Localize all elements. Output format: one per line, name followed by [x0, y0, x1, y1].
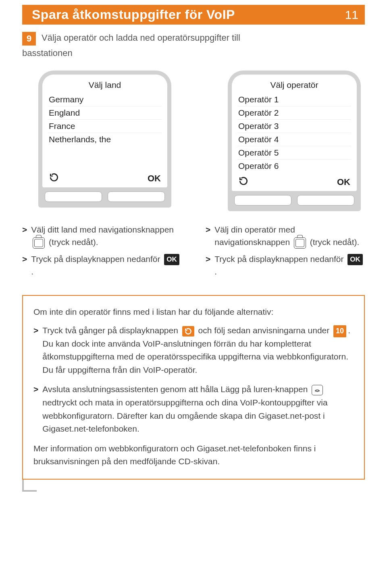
header-title: Spara åtkomstuppgifter för VoIP — [32, 7, 235, 22]
phone-button — [234, 195, 291, 206]
instruction-text: Tryck på displayknappen nedanför OK. — [31, 253, 181, 278]
list-item: Operatör 1 — [237, 93, 351, 106]
chevron-icon: > — [22, 223, 27, 249]
step-badge-9: 9 — [22, 32, 36, 46]
list-item: Operatör 6 — [237, 159, 351, 172]
list-item: Operatör 4 — [237, 133, 351, 146]
text-fragment: Välj din operatör med navigationsknappen — [214, 225, 295, 247]
text-fragment: . — [31, 267, 33, 276]
phone-right: Välj operatör Operatör 1 Operatör 2 Oper… — [228, 71, 361, 211]
chevron-icon: > — [206, 253, 210, 278]
back-softkey-icon — [182, 326, 194, 337]
chevron-icon: > — [22, 253, 27, 278]
screen-title-left: Välj land — [42, 78, 167, 93]
info-item-1: > Tryck två gånger på displayknappen och… — [33, 324, 354, 376]
text-fragment: Avsluta anslutningsassistenten genom att… — [42, 384, 310, 394]
instruction-item: > Välj ditt land med navigationsknappen … — [22, 223, 181, 249]
text-fragment: Tryck på displayknappen nedanför — [214, 254, 346, 264]
phone-screen-right: Välj operatör Operatör 1 Operatör 2 Oper… — [232, 75, 357, 191]
instruction-text: Tryck två gånger på displayknappen och f… — [42, 324, 354, 376]
list-item: France — [48, 119, 162, 133]
nav-down-icon — [33, 237, 45, 249]
step-section: 9 Välja operatör och ladda ned operatörs… — [22, 32, 365, 282]
instruction-text: Avsluta anslutningsassistenten genom att… — [42, 383, 354, 435]
back-icon — [49, 172, 59, 185]
phone-left: Välj land Germany England France Netherl… — [38, 71, 171, 208]
step-line: 9 Välja operatör och ladda ned operatörs… — [22, 32, 365, 46]
instruction-item: > Tryck på displayknappen nedanför OK. — [22, 253, 181, 278]
instruction-text: Tryck på displayknappen nedanför OK. — [214, 253, 365, 278]
chevron-icon: > — [33, 383, 38, 435]
screen-col-left: Välj land Germany England France Netherl… — [38, 71, 171, 211]
text-fragment: Tryck två gånger på displayknappen — [42, 326, 180, 335]
ok-badge: OK — [164, 254, 179, 265]
instruction-text: Välj ditt land med navigationsknappen (t… — [31, 223, 181, 249]
ok-badge: OK — [347, 254, 363, 265]
instruction-item: > Välj din operatör med navigationsknapp… — [206, 223, 365, 249]
info-item-2: > Avsluta anslutningsassistenten genom a… — [33, 383, 354, 435]
list-item: Operatör 2 — [237, 106, 351, 119]
text-fragment: (tryck nedåt). — [49, 237, 98, 247]
text-fragment: nedtryckt och mata in operatörsuppgifter… — [42, 398, 327, 433]
header-bar: Spara åtkomstuppgifter för VoIP 11 — [22, 5, 365, 25]
screens-row: Välj land Germany England France Netherl… — [38, 71, 365, 211]
footer-corner-mark — [22, 480, 37, 492]
nav-down-icon — [294, 237, 306, 249]
back-icon — [238, 176, 249, 189]
page: Spara åtkomstuppgifter för VoIP 11 9 Väl… — [0, 5, 387, 496]
list-item: Germany — [48, 93, 162, 106]
chevron-icon: > — [33, 324, 38, 376]
text-fragment: (tryck nedåt). — [310, 237, 360, 247]
phone-buttons-right — [232, 195, 357, 206]
list-item: Operatör 5 — [237, 146, 351, 159]
list-item: Operatör 3 — [237, 119, 351, 133]
text-fragment: Välj ditt land med navigationsknappen — [31, 225, 174, 234]
instructions-right: > Välj din operatör med navigationsknapp… — [206, 223, 365, 282]
instruction-text: Välj din operatör med navigationsknappen… — [214, 223, 365, 249]
text-fragment: och följ sedan anvisningarna under — [198, 326, 332, 335]
instruction-item: > Tryck på displayknappen nedanför OK. — [206, 253, 365, 278]
phone-buttons-left — [42, 191, 167, 202]
screen-col-right: Välj operatör Operatör 1 Operatör 2 Oper… — [228, 71, 361, 211]
text-fragment: Tryck på displayknappen nedanför — [31, 254, 162, 264]
info-box: Om inte din operatör finns med i listan … — [22, 295, 365, 480]
phone-button — [45, 191, 102, 202]
screen-items-right: Operatör 1 Operatör 2 Operatör 3 Operatö… — [232, 93, 357, 174]
step-ref-10: 10 — [333, 325, 346, 337]
list-item: England — [48, 106, 162, 119]
phone-button — [108, 191, 165, 202]
info-intro: Om inte din operatör finns med i listan … — [33, 305, 354, 319]
page-number: 11 — [345, 8, 358, 22]
softkey-ok-right: OK — [337, 177, 350, 187]
text-fragment: . — [214, 267, 217, 276]
instructions-left: > Välj ditt land med navigationsknappen … — [22, 223, 181, 282]
softkey-ok-left: OK — [148, 173, 161, 184]
screen-items-left: Germany England France Netherlands, the — [42, 93, 167, 170]
list-item: Netherlands, the — [48, 133, 162, 146]
phone-screen-left: Välj land Germany England France Netherl… — [42, 75, 167, 187]
step-text-line1: Välja operatör och ladda ned operatörsup… — [42, 32, 240, 44]
instructions-row: > Välj ditt land med navigationsknappen … — [22, 223, 365, 282]
info-closing: Mer information om webbkonfiguratorn och… — [33, 442, 354, 468]
softkey-row-right: OK — [232, 174, 357, 191]
chevron-icon: > — [206, 223, 210, 249]
softkey-row-left: OK — [42, 170, 167, 187]
hangup-icon — [312, 385, 323, 395]
phone-button — [297, 195, 354, 206]
screen-title-right: Välj operatör — [232, 78, 357, 93]
step-text-line2: basstationen — [22, 47, 365, 59]
